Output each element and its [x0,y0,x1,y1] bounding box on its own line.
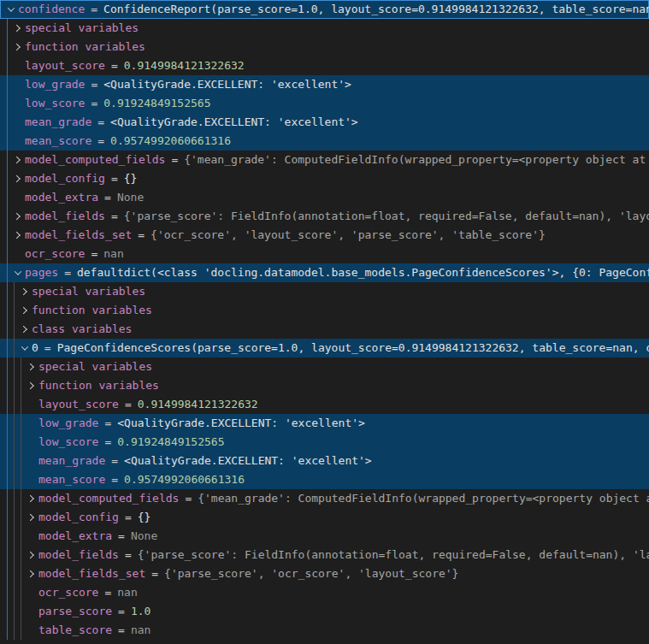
chevron-right-icon[interactable] [10,207,25,226]
variable-tree-row[interactable]: class variables [0,320,649,339]
chevron-right-icon[interactable] [10,151,25,169]
variable-name: mean_grade [38,452,105,470]
variable-tree-row[interactable]: model_extra=None [0,527,649,546]
variable-tree-row[interactable]: special variables [0,357,649,376]
equals-sign: = [165,151,184,169]
equals-sign: = [91,113,110,132]
variable-name: model_fields [38,546,119,564]
chevron-right-icon[interactable] [24,564,38,583]
variable-tree-row[interactable]: model_extra=None [0,188,649,207]
chevron-down-icon[interactable] [3,0,18,19]
variable-tree-row[interactable]: model_config={} [0,169,649,188]
variable-value: <QualityGrade.EXCELLENT: 'excellent'> [110,113,358,132]
variable-tree-row[interactable]: model_fields={'parse_score': FieldInfo(a… [0,207,649,226]
variable-name: layout_score [38,395,119,414]
variable-value: 0.91924849152565 [117,433,224,452]
variable-tree-row[interactable]: confidence=ConfidenceReport(parse_score=… [0,0,649,19]
variable-tree-row[interactable]: ocr_score=nan [0,583,649,602]
twistie-spacer [24,621,38,640]
variable-tree-row[interactable]: mean_score=0.9574992060661316 [0,470,649,489]
variable-tree-row[interactable]: ocr_score=nan [0,245,649,263]
variable-name: 0 [32,339,38,357]
twistie-spacer [10,132,25,151]
variable-tree-row[interactable]: model_fields={'parse_score': FieldInfo(a… [0,546,649,564]
twistie-spacer [24,395,38,414]
equals-sign: = [145,564,164,583]
variable-name: pages [25,263,58,282]
variable-name: model_extra [25,188,98,207]
variable-name: special variables [38,357,152,376]
variable-tree-row[interactable]: model_fields_set={'ocr_score', 'layout_s… [0,226,649,245]
variable-tree-row[interactable]: mean_grade=<QualityGrade.EXCELLENT: 'exc… [0,113,649,132]
chevron-right-icon[interactable] [10,38,25,56]
chevron-right-icon[interactable] [24,489,38,508]
variable-value: <QualityGrade.EXCELLENT: 'excellent'> [124,452,372,470]
variable-tree-row[interactable]: special variables [0,282,649,301]
twistie-spacer [24,414,38,433]
twistie-spacer [24,583,38,602]
equals-sign: = [132,226,150,245]
equals-sign: = [98,188,117,207]
variable-tree-row[interactable]: mean_grade=<QualityGrade.EXCELLENT: 'exc… [0,452,649,470]
chevron-right-icon[interactable] [17,282,32,301]
variable-name: low_grade [38,414,98,433]
chevron-right-icon[interactable] [24,546,38,564]
chevron-right-icon[interactable] [17,320,32,339]
variable-tree-row[interactable]: low_grade=<QualityGrade.EXCELLENT: 'exce… [0,75,649,94]
variable-name: function variables [32,301,152,320]
variable-tree-row[interactable]: mean_score=0.9574992060661316 [0,132,649,151]
variable-name: function variables [25,38,145,56]
variable-tree-row[interactable]: function variables [0,38,649,56]
variable-name: model_config [38,508,119,527]
variable-tree-row[interactable]: model_computed_fields={'mean_grade': Com… [0,489,649,508]
twistie-spacer [24,470,38,489]
variable-tree-row[interactable]: low_score=0.91924849152565 [0,433,649,452]
variable-tree-row[interactable]: model_computed_fields={'mean_grade': Com… [0,151,649,169]
equals-sign: = [91,132,110,151]
variable-name: ocr_score [25,245,85,263]
variable-tree-row[interactable]: low_score=0.91924849152565 [0,94,649,113]
chevron-right-icon[interactable] [24,508,38,527]
variable-tree-row[interactable]: layout_score=0.9149984121322632 [0,56,649,75]
twistie-spacer [10,245,25,263]
variable-tree-row[interactable]: model_config={} [0,508,649,527]
variable-tree-row[interactable]: pages=defaultdict(<class 'docling.datamo… [0,263,649,282]
variable-tree-row[interactable]: function variables [0,376,649,395]
chevron-right-icon[interactable] [10,19,25,38]
equals-sign: = [119,546,138,564]
variable-tree-row[interactable]: parse_score=1.0 [0,602,649,621]
chevron-down-icon[interactable] [17,339,32,357]
equals-sign: = [112,527,131,546]
chevron-right-icon[interactable] [17,301,32,320]
equals-sign: = [85,75,103,94]
variable-value: None [131,527,157,546]
variable-name: low_score [25,94,85,113]
variable-name: model_fields_set [25,226,132,245]
equals-sign: = [85,0,103,19]
variable-tree-row[interactable]: function variables [0,301,649,320]
variable-value: {'ocr_score', 'layout_score', 'parse_sco… [150,226,546,245]
variable-name: function variables [38,376,159,395]
variable-name: low_score [38,433,98,452]
variable-tree-row[interactable]: low_grade=<QualityGrade.EXCELLENT: 'exce… [0,414,649,433]
variable-tree-row[interactable]: table_score=nan [0,621,649,640]
variable-value: {'mean_grade': ComputedFieldInfo(wrapped… [184,151,646,169]
debug-variables-tree: confidence=ConfidenceReport(parse_score=… [0,0,649,644]
variable-tree-row[interactable]: model_fields_set={'parse_score', 'ocr_sc… [0,564,649,583]
chevron-right-icon[interactable] [10,226,25,245]
chevron-down-icon[interactable] [10,263,25,282]
equals-sign: = [112,621,131,640]
variable-tree-row[interactable]: layout_score=0.9149984121322632 [0,395,649,414]
variable-name: mean_grade [25,113,91,132]
variable-name: special variables [32,282,145,301]
equals-sign: = [85,245,103,263]
variable-name: mean_score [25,132,91,151]
twistie-spacer [10,75,25,94]
variable-tree-row[interactable]: 0=PageConfidenceScores(parse_score=1.0, … [0,339,649,357]
equals-sign: = [105,169,124,188]
chevron-right-icon[interactable] [24,376,38,395]
variable-name: model_computed_fields [25,151,165,169]
chevron-right-icon[interactable] [24,357,38,376]
variable-tree-row[interactable]: special variables [0,19,649,38]
chevron-right-icon[interactable] [10,169,25,188]
